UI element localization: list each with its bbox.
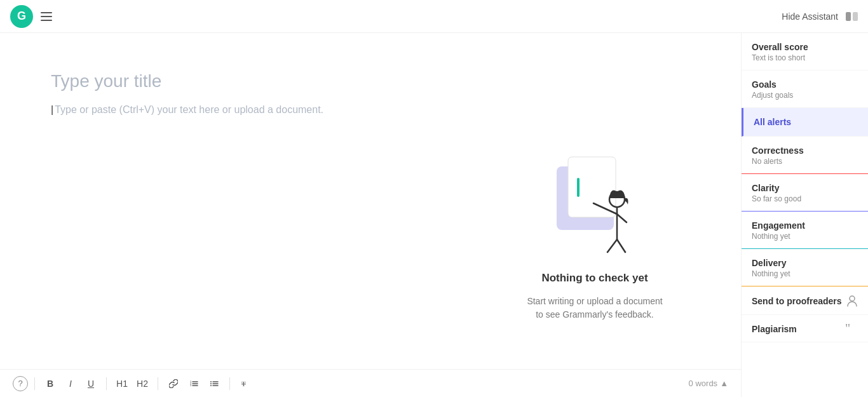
svg-point-22 xyxy=(850,296,855,301)
quote-icon: " xyxy=(845,324,858,334)
toolbar-divider-4 xyxy=(229,377,230,390)
svg-point-19 xyxy=(210,383,212,384)
italic-button[interactable]: I xyxy=(62,375,79,393)
empty-state-subtitle: Start writing or upload a document to se… xyxy=(525,295,665,321)
delivery-subtitle: Nothing yet xyxy=(752,269,858,278)
empty-state-title: Nothing to check yet xyxy=(541,272,648,285)
svg-line-5 xyxy=(617,214,627,222)
empty-state: Nothing to check yet Start writing or up… xyxy=(525,147,665,321)
overall-score-section[interactable]: Overall score Text is too short xyxy=(742,33,868,71)
top-right: Hide Assistant xyxy=(782,11,858,22)
svg-line-6 xyxy=(607,239,617,252)
send-to-proofreaders-section[interactable]: Send to proofreaders xyxy=(742,286,868,315)
bold-button[interactable]: B xyxy=(41,375,59,393)
h1-button[interactable]: H1 xyxy=(113,375,131,393)
clarity-title: Clarity xyxy=(752,183,858,193)
svg-text:T: T xyxy=(241,380,246,387)
menu-icon[interactable] xyxy=(38,10,55,24)
bottom-toolbar: ? B I U H1 H2 1 2 xyxy=(0,369,741,397)
correctness-section[interactable]: Correctness No alerts xyxy=(742,137,868,174)
correctness-subtitle: No alerts xyxy=(752,157,858,166)
svg-text:3: 3 xyxy=(190,384,192,387)
svg-rect-2 xyxy=(577,178,580,197)
hide-assistant-button[interactable]: Hide Assistant xyxy=(782,11,838,22)
goals-section[interactable]: Goals Adjust goals xyxy=(742,71,868,108)
plagiarism-section[interactable]: Plagiarism " xyxy=(742,315,868,342)
all-alerts-section[interactable]: All alerts xyxy=(742,108,868,137)
svg-point-20 xyxy=(210,385,212,386)
editor-content[interactable]: Type your title Type or paste (Ctrl+V) y… xyxy=(0,33,741,369)
h2-button[interactable]: H2 xyxy=(133,375,151,393)
word-count-arrow-icon: ▲ xyxy=(720,379,728,388)
underline-button[interactable]: U xyxy=(82,375,100,393)
svg-rect-1 xyxy=(568,157,616,217)
correctness-title: Correctness xyxy=(752,145,858,156)
delivery-title: Delivery xyxy=(752,258,858,268)
top-bar: G Hide Assistant xyxy=(0,0,868,33)
svg-text:": " xyxy=(845,324,850,334)
engagement-title: Engagement xyxy=(752,220,858,231)
ordered-list-button[interactable]: 1 2 3 xyxy=(185,375,203,393)
person-icon xyxy=(846,295,858,307)
editor-area: Type your title Type or paste (Ctrl+V) y… xyxy=(0,33,741,397)
document-title[interactable]: Type your title xyxy=(51,71,690,91)
clear-format-button[interactable]: T xyxy=(236,375,254,393)
clarity-subtitle: So far so good xyxy=(752,194,858,203)
unordered-list-button[interactable] xyxy=(205,375,223,393)
main-layout: Type your title Type or paste (Ctrl+V) y… xyxy=(0,33,868,397)
send-to-proofreaders-title: Send to proofreaders xyxy=(752,296,842,306)
toolbar-divider-1 xyxy=(34,377,35,390)
grammarly-logo: G xyxy=(10,5,33,28)
word-count-value: 0 words xyxy=(689,379,718,388)
delivery-section[interactable]: Delivery Nothing yet xyxy=(742,249,868,286)
help-button[interactable]: ? xyxy=(13,376,28,391)
svg-line-7 xyxy=(617,239,625,252)
panel-toggle-button[interactable] xyxy=(846,12,858,21)
right-panel: Overall score Text is too short Goals Ad… xyxy=(741,33,868,397)
all-alerts-title: All alerts xyxy=(754,117,858,127)
toolbar-divider-3 xyxy=(158,377,158,390)
toolbar-divider-2 xyxy=(106,377,107,390)
top-left: G xyxy=(10,5,55,28)
overall-score-title: Overall score xyxy=(752,42,858,52)
engagement-subtitle: Nothing yet xyxy=(752,232,858,241)
overall-score-subtitle: Text is too short xyxy=(752,53,858,62)
clarity-section[interactable]: Clarity So far so good xyxy=(742,174,868,212)
svg-point-18 xyxy=(210,381,212,382)
link-button[interactable] xyxy=(165,375,182,393)
plagiarism-title: Plagiarism xyxy=(752,324,797,334)
word-count[interactable]: 0 words ▲ xyxy=(689,379,728,388)
goals-title: Goals xyxy=(752,79,858,90)
empty-state-illustration xyxy=(544,147,646,262)
goals-subtitle: Adjust goals xyxy=(752,91,858,100)
engagement-section[interactable]: Engagement Nothing yet xyxy=(742,212,868,249)
